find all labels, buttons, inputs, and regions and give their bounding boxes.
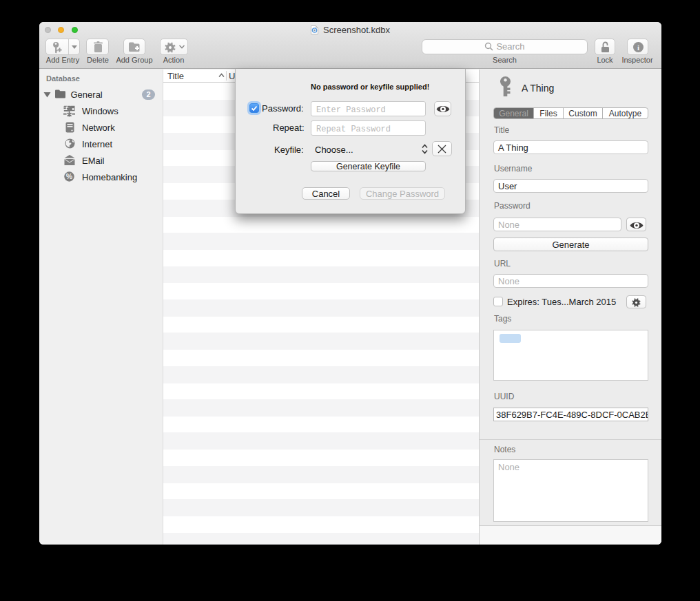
svg-text:%: % [66,172,73,180]
svg-text:i: i [637,43,639,52]
